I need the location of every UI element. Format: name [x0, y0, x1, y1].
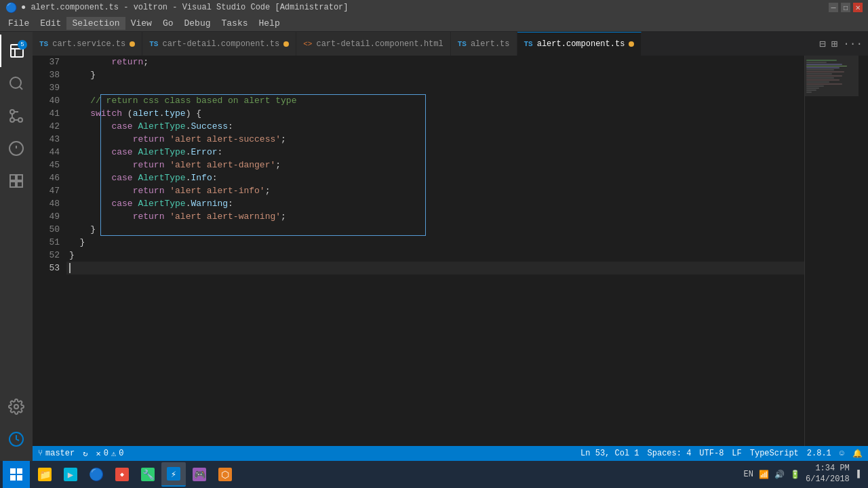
- notification-bell[interactable]: 🔔: [852, 449, 863, 459]
- tab-alert-ts[interactable]: TS alert.ts: [451, 32, 517, 56]
- taskbar-app7-icon: 🎮: [193, 468, 206, 481]
- taskbar-media-icon: ▶: [64, 468, 77, 481]
- language-mode[interactable]: TypeScript: [750, 449, 799, 458]
- code-line-43: return 'alert alert-success';: [66, 133, 804, 146]
- taskbar-item-app8[interactable]: ⬡: [213, 462, 237, 487]
- indentation-info[interactable]: Spaces: 4: [648, 449, 692, 458]
- svg-rect-12: [10, 175, 16, 180]
- taskbar-language[interactable]: EN: [744, 470, 753, 479]
- taskbar-vscode-icon: ⚡: [167, 467, 180, 481]
- text-cursor: [69, 263, 71, 273]
- taskbar-app4-icon: ◆: [115, 468, 129, 481]
- start-button[interactable]: [3, 461, 30, 488]
- more-actions-button[interactable]: ···: [843, 38, 863, 50]
- tab-modified-indicator: [629, 41, 634, 47]
- toggle-layout-button[interactable]: ⊞: [831, 37, 838, 51]
- activity-settings[interactable]: [0, 390, 33, 423]
- activity-extensions[interactable]: [0, 165, 33, 197]
- taskbar-clock[interactable]: 1:34 PM 6/14/2018: [806, 464, 850, 485]
- encoding-info[interactable]: UTF-8: [699, 449, 724, 458]
- git-branch-icon: ⑂: [38, 449, 43, 458]
- menu-debug[interactable]: Debug: [178, 17, 216, 30]
- svg-point-4: [10, 110, 14, 114]
- activity-search[interactable]: [0, 67, 33, 100]
- taskbar-volume-icon[interactable]: 🔊: [774, 470, 785, 480]
- taskbar-item-app5[interactable]: 🔧: [136, 462, 160, 487]
- menu-bar: File Edit Selection View Go Debug Tasks …: [0, 15, 868, 32]
- taskbar-show-desktop[interactable]: ▐: [855, 470, 860, 479]
- code-line-52: }: [66, 249, 804, 262]
- taskbar-item-app4[interactable]: ◆: [110, 462, 134, 487]
- maximize-button[interactable]: □: [841, 3, 850, 12]
- taskbar-battery-icon[interactable]: 🔋: [790, 470, 800, 480]
- code-line-39: [66, 81, 804, 94]
- menu-edit[interactable]: Edit: [35, 17, 66, 30]
- activity-timer[interactable]: [0, 423, 33, 455]
- taskbar-explorer-icon: 📁: [38, 468, 52, 481]
- svg-point-16: [14, 405, 18, 409]
- tabs-bar: TS cart.service.ts TS cart-detail.compon…: [33, 32, 868, 56]
- activity-debug[interactable]: [0, 132, 33, 165]
- taskbar-item-app7[interactable]: 🎮: [187, 462, 212, 487]
- activity-git[interactable]: [0, 100, 33, 132]
- minimap: [804, 56, 859, 446]
- taskbar-item-vscode[interactable]: ⚡: [161, 462, 186, 487]
- code-line-44: case AlertType.Error:: [66, 146, 804, 159]
- code-line-41: switch (alert.type) {: [66, 107, 804, 120]
- sync-button[interactable]: ↻: [83, 449, 87, 459]
- menu-file[interactable]: File: [3, 17, 35, 30]
- taskbar-app8-icon: ⬡: [218, 468, 232, 481]
- code-line-40: // return css class based on alert type: [66, 94, 804, 107]
- activity-explorer[interactable]: 5: [0, 35, 33, 67]
- code-line-51: }: [66, 236, 804, 249]
- code-line-50: }: [66, 223, 804, 236]
- code-editor[interactable]: return; } // return css class based on a…: [66, 56, 804, 446]
- tab-alert-component-ts[interactable]: TS alert.component.ts: [517, 32, 642, 56]
- git-branch-label: master: [45, 449, 75, 458]
- git-branch[interactable]: ⑂ master: [38, 449, 75, 458]
- menu-help[interactable]: Help: [254, 17, 285, 30]
- minimap-viewport: [805, 56, 859, 96]
- svg-line-2: [20, 87, 22, 89]
- warning-count: 0: [119, 449, 123, 458]
- svg-rect-13: [17, 175, 22, 180]
- menu-view[interactable]: View: [125, 17, 157, 30]
- taskbar-app5-icon: 🔧: [141, 468, 155, 481]
- cursor-position[interactable]: Ln 53, Col 1: [580, 449, 639, 458]
- code-line-45: return 'alert alert-danger';: [66, 159, 804, 171]
- svg-rect-21: [17, 475, 22, 481]
- code-line-49: return 'alert alert-warning';: [66, 210, 804, 223]
- code-line-42: case AlertType.Success:: [66, 120, 804, 133]
- svg-rect-15: [17, 182, 22, 187]
- taskbar-date-display: 6/14/2018: [806, 474, 850, 485]
- taskbar-items: 📁 ▶ 🔵 ◆ 🔧 ⚡ 🎮 ⬡: [30, 462, 738, 487]
- taskbar-item-media[interactable]: ▶: [58, 462, 83, 487]
- taskbar-network-icon[interactable]: 📶: [759, 470, 769, 480]
- tabs-actions: ⊟ ⊞ ···: [814, 32, 868, 56]
- line-ending-info[interactable]: LF: [732, 449, 741, 458]
- svg-rect-19: [17, 468, 22, 474]
- tab-cart-detail-html[interactable]: <> cart-detail.component.html: [296, 32, 450, 56]
- feedback-icon[interactable]: ☺: [840, 449, 844, 458]
- split-editor-button[interactable]: ⊟: [819, 37, 826, 51]
- svg-point-3: [18, 118, 22, 122]
- tab-cart-detail-ts[interactable]: TS cart-detail.component.ts: [142, 32, 296, 56]
- ts-version[interactable]: 2.8.1: [807, 449, 831, 458]
- minimize-button[interactable]: ─: [829, 3, 838, 12]
- errors-indicator[interactable]: ✕ 0 ⚠ 0: [96, 449, 123, 459]
- taskbar-chrome-icon: 🔵: [90, 468, 103, 481]
- error-icon: ✕: [96, 449, 100, 459]
- close-button[interactable]: ✕: [853, 3, 863, 12]
- taskbar-item-explorer[interactable]: 📁: [33, 462, 57, 487]
- taskbar-item-chrome[interactable]: 🔵: [84, 462, 108, 487]
- menu-selection[interactable]: Selection: [66, 17, 125, 30]
- svg-rect-20: [10, 475, 16, 481]
- menu-go[interactable]: Go: [157, 17, 179, 30]
- vertical-scrollbar[interactable]: [859, 56, 868, 446]
- tab-cart-service[interactable]: TS cart.service.ts: [33, 32, 142, 56]
- title-bar-title: ● alert.component.ts - voltron - Visual …: [21, 3, 348, 12]
- menu-tasks[interactable]: Tasks: [216, 17, 254, 30]
- editor-content[interactable]: 37 38 39 40 41 42 43 44 45 46 47 48 49 5…: [33, 56, 868, 446]
- activity-bar: 5: [0, 32, 33, 461]
- code-line-53: [66, 262, 804, 274]
